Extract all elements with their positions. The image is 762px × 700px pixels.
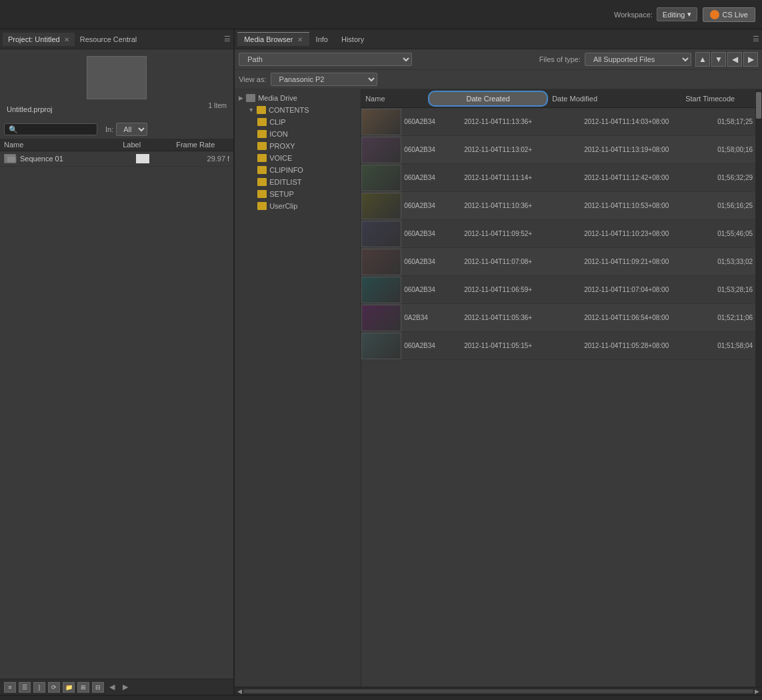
table-row[interactable]: 060A2B34 2012-11-04T11:06:59+ 2012-11-04… — [361, 276, 755, 304]
file-date-modified: 2012-11-04T11:07:04+08:00 — [581, 286, 715, 293]
folder-icon — [257, 154, 267, 162]
nav-back-arrow[interactable]: ◀ — [107, 681, 117, 693]
file-list-scrollbar[interactable] — [755, 89, 762, 687]
table-row[interactable]: 060A2B34 2012-11-04T11:10:36+ 2012-11-04… — [361, 192, 755, 220]
tab-resource-label: Resource Central — [80, 35, 137, 43]
col-label-header[interactable]: Label — [123, 141, 176, 149]
right-tabs: Media Browser ✕ Info History ☰ — [235, 29, 762, 49]
col-date-created-header[interactable]: Date Created — [428, 91, 548, 107]
table-row[interactable]: 060A2B34 2012-11-04T11:13:02+ 2012-11-04… — [361, 136, 755, 164]
tree-item-proxy[interactable]: PROXY — [235, 140, 361, 152]
new-item-btn[interactable]: ⊞ — [77, 682, 89, 693]
table-row[interactable]: 060A2B34 2012-11-04T11:13:36+ 2012-11-04… — [361, 108, 755, 136]
tree-item-userclip[interactable]: UserClip — [235, 200, 361, 212]
search-input[interactable] — [4, 123, 97, 135]
right-tab-menu-icon[interactable]: ☰ — [753, 35, 759, 43]
workspace-dropdown[interactable]: Editing — [657, 7, 698, 21]
file-date-created: 2012-11-04T11:09:52+ — [461, 230, 581, 237]
media-top-bar: Path Files of type: All Supported Files … — [235, 49, 762, 70]
tree-item-root[interactable]: ▶ Media Drive — [235, 92, 361, 104]
table-row[interactable]: 060A2B34 2012-11-04T11:07:08+ 2012-11-04… — [361, 248, 755, 276]
top-bar: Workspace: Editing CS Live — [0, 0, 762, 29]
h-scroll-right[interactable]: ▶ — [755, 688, 759, 695]
preview-thumbnail — [87, 56, 147, 99]
file-date-created: 2012-11-04T11:05:15+ — [461, 342, 581, 349]
tree-item-icon[interactable]: ICON — [235, 128, 361, 140]
right-panel: Media Browser ✕ Info History ☰ Path File… — [235, 29, 762, 695]
file-timecode: 01;58;17;25 — [715, 118, 755, 125]
file-thumbnail — [361, 109, 401, 135]
file-clip-name: 060A2B34 — [401, 202, 461, 209]
col-name-header[interactable]: Name — [361, 92, 428, 105]
tree-item-contents[interactable]: ▼ CONTENTS — [235, 104, 361, 116]
tree-item-setup[interactable]: SETUP — [235, 188, 361, 200]
tree-item-clipinfo[interactable]: CLIPINFO — [235, 164, 361, 176]
file-thumbnail — [361, 137, 401, 163]
h-scroll-track[interactable] — [243, 689, 753, 693]
file-clip-name: 060A2B34 — [401, 146, 461, 153]
col-framerate-header[interactable]: Frame Rate — [176, 141, 229, 149]
nav-right-btn[interactable]: ▶ — [743, 52, 758, 67]
left-panel-bottom: ≡ ☰ | ⟳ 📁 ⊞ ⊟ ◀ ▶ — [0, 679, 233, 695]
view-as-dropdown[interactable]: Panasonic P2 — [271, 73, 377, 86]
project-table-header: Name Label Frame Rate — [0, 139, 233, 151]
tree-voice-label: VOICE — [269, 154, 292, 162]
file-date-modified: 2012-11-04T11:13:19+08:00 — [581, 146, 715, 153]
scroll-thumb[interactable] — [756, 92, 761, 119]
tree-userclip-label: UserClip — [269, 202, 297, 210]
path-dropdown[interactable]: Path — [239, 53, 412, 66]
media-second-bar: View as: Panasonic P2 — [235, 70, 762, 89]
nav-left-btn[interactable]: ◀ — [727, 52, 742, 67]
files-of-type-label: Files of type: — [539, 55, 581, 63]
col-name-header[interactable]: Name — [4, 141, 123, 149]
file-date-created: 2012-11-04T11:06:59+ — [461, 286, 581, 293]
table-row[interactable]: 060A2B34 2012-11-04T11:05:15+ 2012-11-04… — [361, 332, 755, 360]
workspace-label: Workspace: — [614, 11, 653, 19]
media-nav-buttons: ▲ ▼ ◀ ▶ — [695, 52, 758, 67]
cs-live-label: CS Live — [722, 11, 748, 19]
icon-view-btn[interactable]: ☰ — [19, 682, 31, 693]
search-bar: In: All — [0, 120, 233, 139]
left-panel: Project: Untitled ✕ Resource Central ☰ U… — [0, 29, 235, 695]
left-tab-menu-icon[interactable]: ☰ — [224, 35, 231, 43]
new-bin-btn[interactable]: 📁 — [63, 682, 75, 693]
tab-project-untitled[interactable]: Project: Untitled ✕ — [3, 33, 75, 46]
tab-project-close-icon[interactable]: ✕ — [64, 36, 69, 43]
table-row[interactable]: 0A2B34 2012-11-04T11:05:36+ 2012-11-04T1… — [361, 304, 755, 332]
file-date-modified: 2012-11-04T11:10:23+08:00 — [581, 230, 715, 237]
file-timecode: 01;53;33;02 — [715, 258, 755, 265]
horizontal-scrollbar[interactable]: ◀ ▶ — [235, 687, 762, 695]
tree-proxy-label: PROXY — [269, 142, 295, 150]
tab-resource-central[interactable]: Resource Central — [75, 33, 143, 46]
files-type-dropdown[interactable]: All Supported Files — [585, 53, 691, 66]
file-thumbnail — [361, 305, 401, 331]
tree-expand-icon: ▶ — [239, 95, 243, 101]
tree-item-editlist[interactable]: EDITLIST — [235, 176, 361, 188]
h-scroll-left[interactable]: ◀ — [237, 688, 242, 695]
sequence-label — [136, 154, 149, 163]
cs-live-button[interactable]: CS Live — [703, 7, 755, 22]
list-view-btn[interactable]: ≡ — [4, 682, 16, 693]
col-date-modified-header[interactable]: Date Modified — [548, 92, 681, 105]
tree-item-voice[interactable]: VOICE — [235, 152, 361, 164]
col-timecode-header[interactable]: Start Timecode — [681, 92, 755, 105]
file-timecode: 01;53;28;16 — [715, 286, 755, 293]
nav-down-btn[interactable]: ▼ — [711, 52, 726, 67]
tab-media-browser-close-icon[interactable]: ✕ — [297, 36, 303, 43]
list-item[interactable]: Sequence 01 29.97 f — [0, 151, 233, 167]
tab-history[interactable]: History — [335, 33, 371, 46]
nav-up-btn[interactable]: ▲ — [695, 52, 710, 67]
media-browser-content: Path Files of type: All Supported Files … — [235, 49, 762, 695]
delete-btn[interactable]: ⊟ — [92, 682, 104, 693]
file-list-body: 060A2B34 2012-11-04T11:13:36+ 2012-11-04… — [361, 108, 755, 687]
tab-info[interactable]: Info — [309, 33, 335, 46]
in-dropdown[interactable]: All — [116, 123, 147, 136]
find-btn[interactable]: ⟳ — [48, 682, 60, 693]
tab-media-browser[interactable]: Media Browser ✕ — [237, 32, 309, 46]
table-row[interactable]: 060A2B34 2012-11-04T11:11:14+ 2012-11-04… — [361, 164, 755, 192]
folder-tree: ▶ Media Drive ▼ CONTENTS CLIP — [235, 89, 361, 687]
tree-item-clip[interactable]: CLIP — [235, 116, 361, 128]
table-row[interactable]: 060A2B34 2012-11-04T11:09:52+ 2012-11-04… — [361, 220, 755, 248]
nav-forward-arrow[interactable]: ▶ — [120, 681, 131, 693]
tree-setup-label: SETUP — [269, 190, 294, 198]
